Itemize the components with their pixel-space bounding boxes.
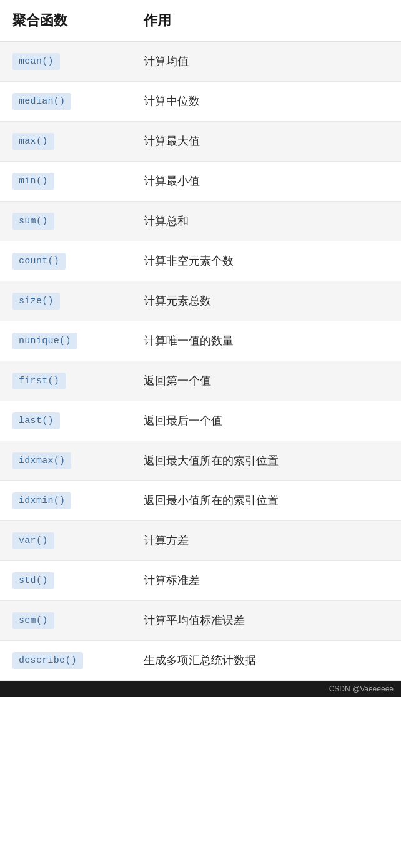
func-badge: std() (12, 572, 54, 589)
func-badge: min() (12, 173, 54, 190)
func-badge: median() (12, 93, 71, 110)
func-badge: mean() (12, 53, 60, 70)
table-row: min()计算最小值 (0, 162, 401, 202)
table-row: nunique()计算唯一值的数量 (0, 321, 401, 361)
func-badge: size() (12, 293, 60, 310)
func-badge: idxmax() (12, 452, 71, 469)
desc-cell: 计算非空元素个数 (144, 253, 389, 269)
table-row: describe()生成多项汇总统计数据 (0, 641, 401, 681)
table-row: std()计算标准差 (0, 561, 401, 601)
func-cell: last() (12, 412, 144, 429)
func-cell: sem() (12, 612, 144, 629)
header-desc-col: 作用 (144, 11, 389, 30)
desc-cell: 计算中位数 (144, 94, 389, 109)
desc-cell: 计算元素总数 (144, 293, 389, 309)
table-row: size()计算元素总数 (0, 281, 401, 321)
desc-cell: 计算均值 (144, 54, 389, 69)
aggregate-functions-table: 聚合函数 作用 mean()计算均值median()计算中位数max()计算最大… (0, 0, 401, 697)
func-cell: mean() (12, 53, 144, 70)
table-body: mean()计算均值median()计算中位数max()计算最大值min()计算… (0, 42, 401, 681)
func-cell: median() (12, 93, 144, 110)
footer-text: CSDN @Vaeeeeee (329, 685, 394, 693)
desc-cell: 返回最后一个值 (144, 413, 389, 429)
func-badge: sum() (12, 213, 54, 230)
desc-cell: 返回最大值所在的索引位置 (144, 453, 389, 469)
func-cell: std() (12, 572, 144, 589)
desc-cell: 计算标准差 (144, 573, 389, 588)
desc-cell: 计算平均值标准误差 (144, 613, 389, 628)
func-badge: count() (12, 253, 66, 270)
func-cell: count() (12, 253, 144, 270)
desc-cell: 生成多项汇总统计数据 (144, 653, 389, 668)
table-row: count()计算非空元素个数 (0, 241, 401, 281)
func-badge: idxmin() (12, 492, 71, 509)
header-func-col: 聚合函数 (12, 11, 144, 30)
func-cell: max() (12, 133, 144, 150)
table-row: first()返回第一个值 (0, 361, 401, 401)
func-cell: first() (12, 373, 144, 389)
table-row: last()返回最后一个值 (0, 401, 401, 441)
table-row: idxmin()返回最小值所在的索引位置 (0, 481, 401, 521)
func-badge: sem() (12, 612, 54, 629)
func-badge: nunique() (12, 333, 77, 349)
table-row: max()计算最大值 (0, 122, 401, 162)
table-row: var()计算方差 (0, 521, 401, 561)
desc-cell: 计算唯一值的数量 (144, 333, 389, 349)
desc-cell: 返回第一个值 (144, 373, 389, 389)
func-badge: max() (12, 133, 54, 150)
desc-cell: 计算总和 (144, 213, 389, 229)
table-row: idxmax()返回最大值所在的索引位置 (0, 441, 401, 481)
func-cell: idxmin() (12, 492, 144, 509)
desc-cell: 计算方差 (144, 533, 389, 549)
footer: CSDN @Vaeeeeee (0, 681, 401, 697)
func-cell: describe() (12, 652, 144, 669)
desc-cell: 计算最小值 (144, 173, 389, 189)
func-badge: var() (12, 532, 54, 549)
func-badge: last() (12, 412, 60, 429)
table-header: 聚合函数 作用 (0, 0, 401, 42)
table-row: sem()计算平均值标准误差 (0, 601, 401, 641)
func-cell: nunique() (12, 333, 144, 349)
func-cell: sum() (12, 213, 144, 230)
func-cell: size() (12, 293, 144, 310)
desc-cell: 返回最小值所在的索引位置 (144, 493, 389, 509)
desc-cell: 计算最大值 (144, 134, 389, 149)
func-cell: min() (12, 173, 144, 190)
table-row: sum()计算总和 (0, 202, 401, 241)
func-badge: first() (12, 373, 66, 389)
table-row: median()计算中位数 (0, 82, 401, 122)
func-cell: idxmax() (12, 452, 144, 469)
table-row: mean()计算均值 (0, 42, 401, 82)
func-cell: var() (12, 532, 144, 549)
func-badge: describe() (12, 652, 83, 669)
